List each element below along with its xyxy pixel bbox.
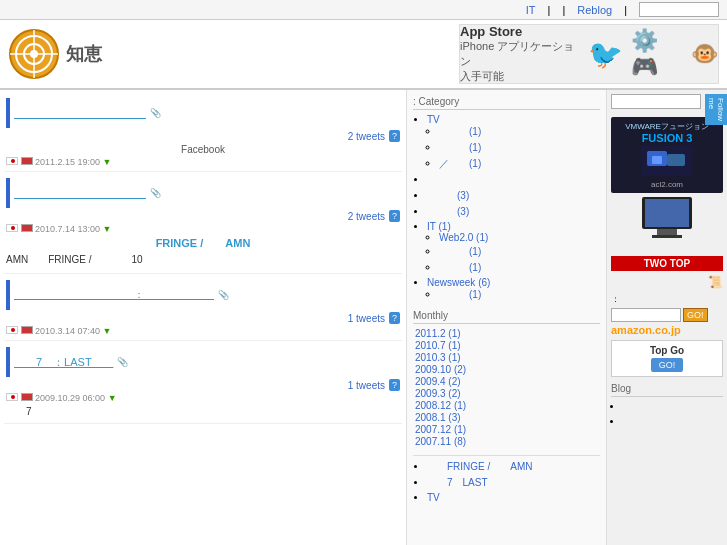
banner-icon: 🐦: [588, 38, 623, 71]
tweet-button-4[interactable]: ?: [389, 379, 400, 391]
tv-sub-2[interactable]: (1): [439, 142, 481, 153]
two-top-ad[interactable]: TWO TOP: [611, 256, 723, 271]
tweet-link-3[interactable]: 1 tweets: [348, 313, 385, 324]
flag-red-4: [21, 393, 33, 401]
newsweek-sub-1[interactable]: (1): [439, 289, 481, 300]
tweet-button-3[interactable]: ?: [389, 312, 400, 324]
bottom-summary: FRINGE / AMN 7 LAST TV: [413, 455, 600, 503]
vmware-brand: FUSION 3: [615, 132, 719, 144]
post-title-3[interactable]: ：: [14, 288, 214, 302]
follow-me-button[interactable]: Follow me: [705, 94, 727, 125]
blog-item-2[interactable]: [623, 417, 632, 427]
middle-sidebar: : Category TV (1) (1) ／ (1) (3) (3) IT (…: [407, 90, 607, 545]
category-3: (3): [427, 189, 600, 203]
post-subtitle-2: FRINGE / AMN: [6, 236, 400, 251]
category-newsweek: Newsweek (6) (1): [427, 277, 600, 302]
tv-sub-1[interactable]: (1): [439, 126, 481, 137]
it-sub-list: Web2.0 (1) (1) (1): [427, 232, 600, 275]
top-search-input[interactable]: [639, 2, 719, 17]
svg-rect-9: [667, 154, 685, 166]
site-title: 知恵: [66, 42, 102, 66]
blog-list: [611, 401, 723, 429]
post-date-2: 2010.7.14 13:00: [35, 224, 100, 234]
left-content: 📎 2 tweets ? Facebook 2011.2.15 19:00 ▼ …: [0, 90, 407, 545]
category-title: : Category: [413, 96, 600, 110]
monthly-2011-2[interactable]: 2011.2 (1): [415, 328, 461, 339]
post-body-4: 7: [6, 405, 400, 419]
post-title-2[interactable]: [14, 186, 146, 201]
summary-item-2[interactable]: 7 LAST: [427, 477, 488, 488]
post-title-1[interactable]: [14, 106, 146, 121]
nav-separator: |: [548, 4, 551, 16]
arrow-green-1: ▼: [103, 157, 112, 167]
post-meta-4: 2009.10.29 06:00 ▼: [6, 393, 400, 403]
arrow-green-3: ▼: [103, 326, 112, 336]
flag-jp-1: [6, 157, 18, 165]
post-title-4[interactable]: 7 ：LAST: [14, 355, 113, 370]
post-meta-3: 2010.3.14 07:40 ▼: [6, 326, 400, 336]
svg-rect-12: [657, 229, 677, 235]
post-date-3: 2010.3.14 07:40: [35, 326, 100, 336]
monthly-2009-10[interactable]: 2009.10 (2): [415, 364, 466, 375]
category-list: TV (1) (1) ／ (1) (3) (3) IT (1) Web2.0 (…: [413, 114, 600, 302]
category-tv-link[interactable]: TV: [427, 114, 440, 125]
summary-item-1[interactable]: FRINGE / AMN: [427, 461, 533, 472]
top-go-text: Top Go: [616, 345, 718, 356]
category-it-link[interactable]: IT (1): [427, 221, 451, 232]
post-tweet-row-1: 2 tweets ?: [6, 130, 400, 142]
reblog-link[interactable]: Reblog: [577, 4, 612, 16]
right-search-input[interactable]: [611, 94, 701, 109]
summary-item-3[interactable]: TV: [427, 492, 440, 503]
monthly-2007-11[interactable]: 2007.11 (8): [415, 436, 466, 447]
banner-monkey-icon: 🐵: [691, 41, 718, 67]
it-sub-2[interactable]: (1): [439, 246, 481, 257]
tweet-link-1[interactable]: 2 tweets: [348, 131, 385, 142]
it-sub-3[interactable]: (1): [439, 262, 481, 273]
tweet-link-4[interactable]: 1 tweets: [348, 380, 385, 391]
monthly-2009-3[interactable]: 2009.3 (2): [415, 388, 461, 399]
tweet-link-2[interactable]: 2 tweets: [348, 211, 385, 222]
monthly-2008-12[interactable]: 2008.12 (1): [415, 400, 466, 411]
amazon-area: ： GO! amazon.co.jp: [611, 293, 723, 336]
it-link[interactable]: IT: [526, 4, 536, 16]
vmware-domain: acl2.com: [615, 180, 719, 189]
arrow-green-2: ▼: [103, 224, 112, 234]
scroll-icon[interactable]: 📜: [611, 275, 723, 289]
post-meta-2: 2010.7.14 13:00 ▼: [6, 224, 400, 234]
category-newsweek-link[interactable]: Newsweek (6): [427, 277, 490, 288]
tweet-button-2[interactable]: ?: [389, 210, 400, 222]
flag-jp-4: [6, 393, 18, 401]
vmware-ad[interactable]: VMWAREフュージョン FUSION 3 acl2.com: [611, 117, 723, 193]
banner-area: App Store iPhone アプリケーション 入手可能 🐦 ⚙️🎮 🐵: [459, 24, 719, 84]
svg-rect-8: [652, 156, 662, 164]
category-3b: (3): [427, 205, 600, 219]
post-meta-1: 2011.2.15 19:00 ▼: [6, 157, 400, 167]
amazon-search-input[interactable]: [611, 308, 681, 322]
top-navigation: IT | | Reblog |: [0, 0, 727, 20]
post-date-4: 2009.10.29 06:00: [35, 393, 105, 403]
post-tweet-row-4: 1 tweets ?: [6, 379, 400, 391]
it-sub-web20[interactable]: Web2.0 (1): [439, 232, 488, 243]
site-header: 知恵 App Store iPhone アプリケーション 入手可能 🐦 ⚙️🎮 …: [0, 20, 727, 90]
monthly-2009-4[interactable]: 2009.4 (2): [415, 376, 461, 387]
arrow-green-4: ▼: [108, 393, 117, 403]
follow-container: Follow me: [611, 94, 723, 113]
monthly-2008-1[interactable]: 2008.1 (3): [415, 412, 461, 423]
blog-item-1[interactable]: [623, 402, 632, 412]
monthly-title: Monthly: [413, 310, 600, 324]
monthly-2010-7[interactable]: 2010.7 (1): [415, 340, 461, 351]
banner-box: App Store iPhone アプリケーション 入手可能 🐦 ⚙️🎮 🐵: [459, 24, 719, 84]
go-button[interactable]: GO!: [651, 358, 684, 372]
tv-sub-3[interactable]: ／ (1): [439, 158, 481, 169]
tweet-button-1[interactable]: ?: [389, 130, 400, 142]
amazon-search-label: ：: [611, 293, 723, 306]
newsweek-sub-list: (1): [427, 288, 600, 302]
monthly-2010-3[interactable]: 2010.3 (1): [415, 352, 461, 363]
fb-label-1: Facebook: [6, 144, 400, 155]
category-it: IT (1) Web2.0 (1) (1) (1): [427, 221, 600, 275]
post-item-2: 📎 2 tweets ? 2010.7.14 13:00 ▼ FRINGE / …: [4, 174, 402, 274]
post-item-3: ： 📎 1 tweets ? 2010.3.14 07:40 ▼: [4, 276, 402, 341]
amazon-go-button[interactable]: GO!: [683, 308, 708, 322]
blog-title: Blog: [611, 383, 723, 397]
monthly-2007-12[interactable]: 2007.12 (1): [415, 424, 466, 435]
